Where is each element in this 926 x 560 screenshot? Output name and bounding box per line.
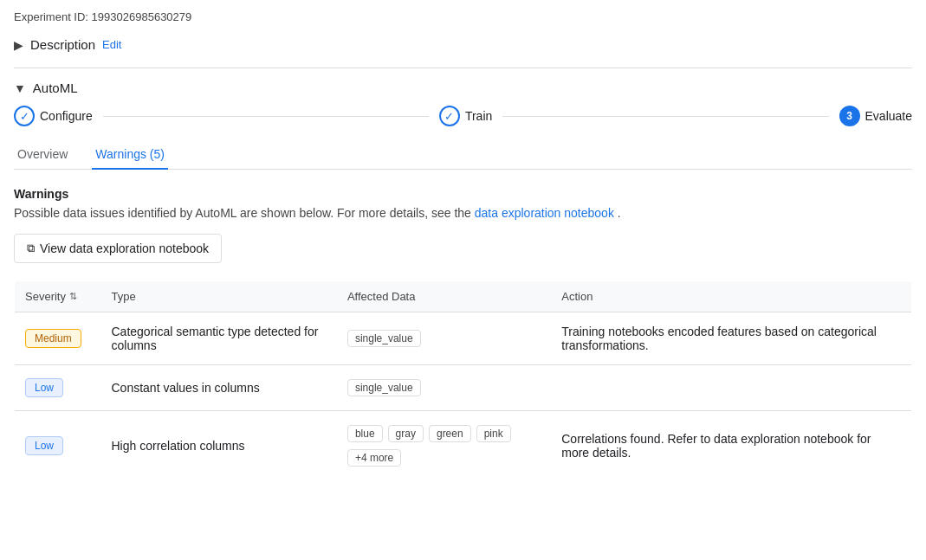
- table-cell-severity: Medium: [15, 312, 101, 365]
- view-notebook-label: View data exploration notebook: [40, 241, 209, 255]
- step-line-1: [103, 116, 429, 117]
- warnings-desc-after: .: [618, 206, 621, 220]
- table-cell-action: Training notebooks encoded features base…: [551, 312, 911, 365]
- table-row: LowHigh correlation columnsbluegraygreen…: [15, 411, 912, 481]
- check-icon-train: ✓: [444, 110, 454, 123]
- table-body: MediumCategorical semantic type detected…: [15, 312, 912, 481]
- step-line-2: [502, 116, 828, 117]
- divider-1: [14, 68, 912, 68]
- step-evaluate-number: 3: [846, 110, 852, 122]
- th-severity: Severity ⇅: [15, 281, 101, 312]
- table-cell-severity: Low: [15, 365, 101, 411]
- experiment-id: Experiment ID: 1993026985630279: [14, 10, 912, 23]
- step-configure-icon: ✓: [14, 106, 35, 126]
- data-chip: +4 more: [347, 449, 401, 467]
- tab-overview[interactable]: Overview: [14, 140, 71, 170]
- table-cell-affected-data: single_value: [337, 365, 551, 411]
- automl-title: AutoML: [33, 80, 78, 95]
- step-train-icon: ✓: [439, 106, 460, 126]
- stepper: ✓ Configure ✓ Train 3 Evaluate: [14, 106, 912, 126]
- warnings-content: Warnings Possible data issues identified…: [14, 187, 912, 481]
- step-evaluate-icon: 3: [839, 106, 860, 126]
- experiment-id-label: Experiment ID:: [14, 10, 88, 23]
- data-exploration-link[interactable]: data exploration notebook: [475, 206, 614, 220]
- step-evaluate: 3 Evaluate: [839, 106, 912, 126]
- warnings-desc-before: Possible data issues identified by AutoM…: [14, 206, 471, 220]
- data-chip: gray: [388, 425, 424, 442]
- sort-icon[interactable]: ⇅: [69, 291, 77, 302]
- automl-section: ▼ AutoML: [14, 80, 912, 95]
- th-action: Action: [551, 281, 911, 312]
- external-link-icon: ⧉: [27, 241, 35, 255]
- th-type-label: Type: [112, 290, 136, 303]
- table-row: LowConstant values in columnssingle_valu…: [15, 365, 912, 411]
- warnings-table: Severity ⇅ Type Affected Data Action Med…: [14, 280, 912, 481]
- warnings-description: Possible data issues identified by AutoM…: [14, 206, 912, 220]
- table-cell-type: Categorical semantic type detected for c…: [101, 312, 337, 365]
- automl-header: ▼ AutoML: [14, 80, 912, 95]
- severity-badge: Medium: [25, 329, 81, 348]
- table-header-row: Severity ⇅ Type Affected Data Action: [15, 281, 912, 312]
- step-evaluate-label: Evaluate: [865, 109, 912, 123]
- view-notebook-button[interactable]: ⧉ View data exploration notebook: [14, 234, 222, 263]
- table-cell-affected-data: bluegraygreenpink+4 more: [337, 411, 551, 481]
- th-severity-label: Severity: [25, 290, 66, 303]
- th-affected-data-label: Affected Data: [347, 290, 416, 303]
- th-affected-data: Affected Data: [337, 281, 551, 312]
- automl-toggle[interactable]: ▼: [14, 81, 26, 95]
- data-chip: single_value: [347, 379, 421, 396]
- step-train-label: Train: [465, 109, 492, 123]
- step-configure-label: Configure: [40, 109, 93, 123]
- table-cell-severity: Low: [15, 411, 101, 481]
- table-header: Severity ⇅ Type Affected Data Action: [15, 281, 912, 312]
- severity-badge: Low: [25, 436, 63, 455]
- step-configure: ✓ Configure: [14, 106, 93, 126]
- severity-badge: Low: [25, 378, 63, 397]
- description-header: ▶ Description Edit: [14, 37, 912, 52]
- th-action-label: Action: [561, 290, 593, 303]
- description-section: ▶ Description Edit: [14, 37, 912, 52]
- data-chip: green: [429, 425, 471, 442]
- step-train: ✓ Train: [439, 106, 492, 126]
- th-type: Type: [101, 281, 337, 312]
- description-toggle[interactable]: ▶: [14, 38, 23, 52]
- tabs-bar: Overview Warnings (5): [14, 140, 912, 170]
- table-cell-action: Correlations found. Refer to data explor…: [551, 411, 911, 481]
- experiment-id-value: 1993026985630279: [92, 10, 192, 23]
- description-edit-link[interactable]: Edit: [102, 38, 121, 51]
- data-chip: pink: [476, 425, 511, 442]
- warnings-heading: Warnings: [14, 187, 912, 201]
- table-cell-affected-data: single_value: [337, 312, 551, 365]
- check-icon-configure: ✓: [20, 110, 29, 123]
- description-title: Description: [30, 37, 95, 52]
- data-chip: blue: [347, 425, 383, 442]
- table-cell-type: Constant values in columns: [101, 365, 337, 411]
- table-cell-type: High correlation columns: [101, 411, 337, 481]
- tab-warnings[interactable]: Warnings (5): [92, 140, 168, 170]
- table-cell-action: [551, 365, 911, 411]
- data-chip: single_value: [347, 330, 421, 347]
- table-row: MediumCategorical semantic type detected…: [15, 312, 912, 365]
